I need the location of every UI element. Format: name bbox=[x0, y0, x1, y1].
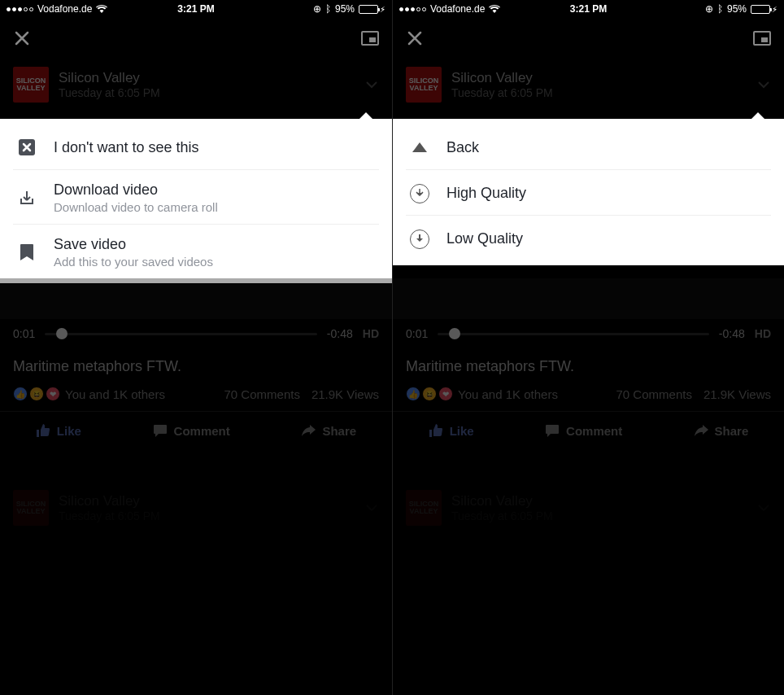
clock-label: 3:21 PM bbox=[177, 3, 214, 15]
battery-pct-label: 95% bbox=[727, 3, 747, 15]
seek-thumb[interactable] bbox=[449, 328, 460, 339]
pip-icon[interactable] bbox=[753, 31, 771, 46]
chevron-down-icon[interactable] bbox=[756, 77, 771, 92]
wifi-icon bbox=[96, 5, 107, 13]
battery-icon bbox=[359, 5, 378, 14]
likes-text[interactable]: You and 1K others bbox=[458, 387, 558, 401]
like-reaction-icon: 👍 bbox=[13, 387, 28, 401]
menu-item-low-quality[interactable]: Low Quality bbox=[406, 215, 771, 260]
like-label: Like bbox=[450, 424, 474, 438]
comment-button[interactable]: Comment bbox=[545, 423, 622, 438]
page-avatar[interactable]: SILICON VALLEY bbox=[13, 490, 49, 526]
svg-rect-1 bbox=[419, 234, 420, 239]
love-reaction-icon: ❤ bbox=[438, 387, 453, 401]
like-button[interactable]: Like bbox=[429, 423, 474, 438]
comment-icon bbox=[153, 423, 168, 438]
chevron-down-icon[interactable] bbox=[364, 77, 379, 92]
screen-left: Vodafone.de 3:21 PM ⊕ ᛒ 95% ⚡︎ SILICON V… bbox=[0, 0, 392, 695]
remaining-time: -0:48 bbox=[327, 327, 353, 340]
charging-icon: ⚡︎ bbox=[380, 5, 385, 14]
chevron-down-icon[interactable] bbox=[756, 500, 771, 515]
menu-label: Back bbox=[446, 139, 479, 156]
thumb-up-icon bbox=[36, 423, 50, 438]
views-count: 21.9K Views bbox=[703, 387, 771, 401]
remaining-time: -0:48 bbox=[719, 327, 745, 340]
share-button[interactable]: Share bbox=[694, 423, 749, 438]
quality-badge[interactable]: HD bbox=[755, 327, 771, 340]
post-timestamp: Tuesday at 6:05 PM bbox=[451, 509, 553, 522]
comment-button[interactable]: Comment bbox=[153, 423, 230, 438]
like-button[interactable]: Like bbox=[36, 423, 81, 438]
next-post-header: SILICON VALLEY Silicon Valley Tuesday at… bbox=[393, 482, 784, 531]
elapsed-time: 0:01 bbox=[13, 327, 35, 340]
orientation-lock-icon: ⊕ bbox=[313, 3, 321, 15]
bookmark-icon bbox=[20, 243, 34, 261]
video-options-sheet: I don't want to see this Download video … bbox=[0, 119, 392, 283]
video-progress[interactable]: 0:01 -0:48 HD bbox=[0, 319, 392, 348]
video-frame[interactable] bbox=[393, 278, 784, 319]
menu-item-hide[interactable]: I don't want to see this bbox=[0, 124, 392, 169]
pip-icon[interactable] bbox=[361, 31, 379, 46]
carrier-label: Vodafone.de bbox=[430, 3, 485, 15]
comment-label: Comment bbox=[566, 424, 622, 438]
status-bar: Vodafone.de 3:21 PM ⊕ ᛒ 95% ⚡︎ bbox=[393, 0, 784, 18]
views-count: 21.9K Views bbox=[311, 387, 379, 401]
comment-icon bbox=[545, 423, 560, 438]
page-avatar[interactable]: SILICON VALLEY bbox=[406, 67, 442, 103]
page-avatar[interactable]: SILICON VALLEY bbox=[406, 490, 442, 526]
menu-label: High Quality bbox=[446, 185, 526, 202]
seek-track[interactable] bbox=[45, 333, 317, 335]
likes-text[interactable]: You and 1K others bbox=[65, 387, 165, 401]
action-bar: Like Comment Share bbox=[393, 411, 784, 449]
close-icon[interactable] bbox=[406, 29, 424, 47]
share-icon bbox=[301, 423, 316, 438]
page-name[interactable]: Silicon Valley bbox=[451, 493, 553, 509]
menu-item-back[interactable]: Back bbox=[393, 124, 784, 169]
share-label: Share bbox=[715, 424, 749, 438]
quality-sheet: Back High Quality Low Quality bbox=[393, 119, 784, 265]
menu-item-download[interactable]: Download video Download video to camera … bbox=[13, 169, 379, 224]
seek-thumb[interactable] bbox=[56, 328, 68, 339]
post-caption: Maritime metaphors FTW. bbox=[393, 348, 784, 382]
bluetooth-icon: ᛒ bbox=[717, 3, 723, 15]
menu-label: Low Quality bbox=[446, 230, 523, 247]
comments-count[interactable]: 70 Comments bbox=[224, 387, 300, 401]
haha-reaction-icon: 😆 bbox=[29, 387, 44, 401]
download-icon bbox=[18, 189, 36, 207]
video-progress[interactable]: 0:01 -0:48 HD bbox=[393, 319, 784, 348]
page-name[interactable]: Silicon Valley bbox=[451, 70, 553, 86]
chevron-down-icon[interactable] bbox=[364, 500, 379, 515]
post-stats: 👍 😆 ❤ You and 1K others 70 Comments 21.9… bbox=[393, 382, 784, 411]
elapsed-time: 0:01 bbox=[406, 327, 428, 340]
x-box-icon bbox=[18, 138, 36, 156]
page-name[interactable]: Silicon Valley bbox=[59, 493, 160, 509]
share-button[interactable]: Share bbox=[301, 423, 356, 438]
menu-item-save[interactable]: Save video Add this to your saved videos bbox=[13, 224, 379, 278]
share-label: Share bbox=[322, 424, 356, 438]
download-circle-icon bbox=[410, 184, 429, 203]
page-avatar[interactable]: SILICON VALLEY bbox=[13, 67, 49, 103]
menu-item-high-quality[interactable]: High Quality bbox=[406, 169, 771, 215]
comments-count[interactable]: 70 Comments bbox=[616, 387, 692, 401]
post-header: SILICON VALLEY Silicon Valley Tuesday at… bbox=[393, 59, 784, 107]
close-icon[interactable] bbox=[13, 29, 31, 47]
download-circle-icon bbox=[410, 229, 429, 249]
seek-track[interactable] bbox=[438, 333, 709, 335]
share-icon bbox=[694, 423, 708, 438]
menu-label: Download video bbox=[54, 181, 218, 199]
menu-sublabel: Add this to your saved videos bbox=[54, 255, 213, 269]
clock-label: 3:21 PM bbox=[570, 3, 607, 15]
carrier-label: Vodafone.de bbox=[37, 3, 92, 15]
menu-label: Save video bbox=[54, 236, 213, 253]
action-bar: Like Comment Share bbox=[0, 411, 392, 449]
screen-right: Vodafone.de 3:21 PM ⊕ ᛒ 95% ⚡︎ SILICON V… bbox=[392, 0, 784, 695]
quality-badge[interactable]: HD bbox=[363, 327, 379, 340]
post-caption: Maritime metaphors FTW. bbox=[0, 348, 392, 382]
wifi-icon bbox=[489, 5, 500, 13]
haha-reaction-icon: 😆 bbox=[422, 387, 437, 401]
video-frame[interactable] bbox=[0, 278, 392, 319]
bluetooth-icon: ᛒ bbox=[325, 3, 331, 15]
post-timestamp: Tuesday at 6:05 PM bbox=[451, 86, 553, 99]
thumb-up-icon bbox=[429, 423, 443, 438]
page-name[interactable]: Silicon Valley bbox=[59, 70, 160, 86]
